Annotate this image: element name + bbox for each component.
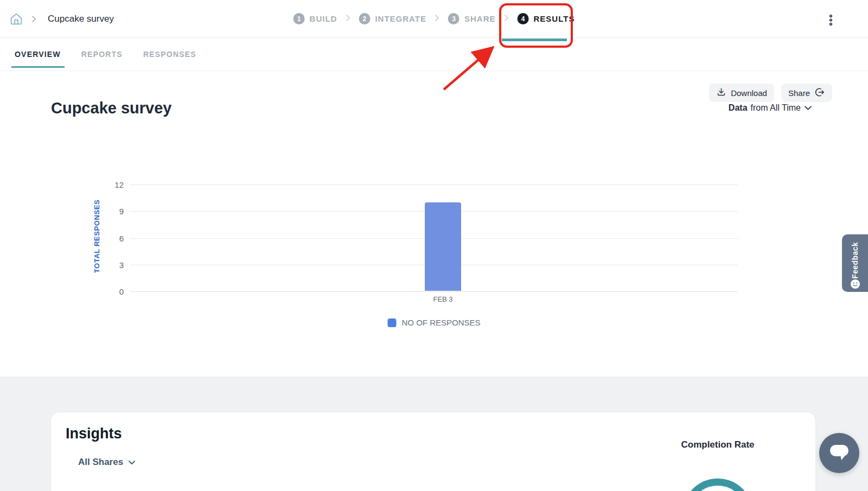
active-tab-underline	[11, 66, 65, 68]
tab-reports[interactable]: REPORTS	[81, 50, 123, 59]
step-separator-chevron-icon	[345, 14, 350, 24]
bar[interactable]	[425, 202, 461, 291]
insights-section: Insights All Shares Completion Rate	[0, 377, 868, 491]
all-shares-label: All Shares	[78, 457, 123, 468]
step-label: BUILD	[310, 14, 337, 23]
step-label: INTEGRATE	[375, 14, 426, 23]
tab-label: OVERVIEW	[15, 50, 61, 59]
chat-bubble-icon	[828, 442, 850, 464]
step-number-badge: 2	[359, 13, 370, 24]
insights-card: Insights All Shares Completion Rate	[51, 412, 815, 491]
tab-bar: OVERVIEW REPORTS RESPONSES Download Shar…	[0, 37, 868, 71]
step-share[interactable]: 3 SHARE	[448, 13, 496, 24]
feedback-label: Feedback	[851, 242, 859, 279]
share-button[interactable]: Share	[781, 84, 832, 102]
x-axis-line	[130, 291, 738, 292]
step-label: RESULTS	[534, 14, 575, 23]
step-build[interactable]: 1 BUILD	[293, 13, 337, 24]
completion-rate-donut	[682, 479, 753, 491]
step-number-badge: 4	[518, 13, 529, 24]
chart-legend: NO OF RESPONSES	[387, 318, 480, 327]
x-tick-label: FEB 3	[425, 295, 461, 303]
y-tick-label: 6	[102, 234, 124, 243]
share-export-icon	[814, 87, 825, 99]
download-label: Download	[731, 88, 767, 98]
data-range-dropdown[interactable]: Data from All Time	[729, 103, 812, 113]
all-shares-dropdown[interactable]: All Shares	[78, 457, 136, 468]
gridline	[130, 184, 738, 185]
step-number-badge: 1	[293, 13, 305, 24]
step-integrate[interactable]: 2 INTEGRATE	[359, 13, 426, 24]
step-label: SHARE	[464, 14, 496, 23]
app-window: Cupcake survey 1 BUILD 2 INTEGRATE 3 SHA…	[0, 0, 868, 491]
chevron-down-icon	[128, 457, 136, 468]
breadcrumb-chevron-icon	[31, 15, 37, 25]
feedback-tab[interactable]: Feedback	[842, 234, 868, 292]
responses-bar-chart: 12 9 6 3 0 TOTAL RESPONSES FEB 3 NO OF R…	[130, 184, 738, 291]
legend-label: NO OF RESPONSES	[401, 318, 480, 327]
tab-responses[interactable]: RESPONSES	[143, 50, 196, 59]
chevron-down-icon	[804, 103, 812, 113]
step-results[interactable]: 4 RESULTS	[518, 13, 575, 24]
y-tick-label: 9	[102, 207, 124, 216]
y-axis-title: TOTAL RESPONSES	[93, 193, 101, 280]
chat-widget-button[interactable]	[819, 433, 859, 473]
y-tick-label: 0	[102, 287, 124, 296]
y-tick-label: 12	[102, 180, 124, 189]
breadcrumb-survey-name[interactable]: Cupcake survey	[48, 0, 114, 37]
data-filter-prefix: Data	[729, 103, 748, 113]
step-separator-chevron-icon	[435, 14, 440, 24]
step-number-badge: 3	[448, 13, 459, 24]
tab-overview[interactable]: OVERVIEW	[15, 50, 61, 59]
download-icon	[716, 87, 726, 99]
tab-label: REPORTS	[81, 50, 123, 59]
active-step-underline	[502, 39, 567, 41]
step-separator-chevron-icon	[504, 14, 509, 24]
top-header: Cupcake survey 1 BUILD 2 INTEGRATE 3 SHA…	[0, 0, 868, 38]
page-title: Cupcake survey	[51, 99, 171, 117]
home-button[interactable]	[9, 11, 24, 27]
download-button[interactable]: Download	[709, 84, 774, 102]
y-tick-label: 3	[102, 260, 124, 270]
kebab-menu-icon	[828, 18, 833, 28]
smiley-face-icon	[850, 279, 860, 291]
data-filter-value: from All Time	[751, 103, 801, 113]
legend-swatch	[387, 318, 396, 327]
wizard-stepper: 1 BUILD 2 INTEGRATE 3 SHARE 4 RES	[293, 0, 575, 37]
home-icon	[9, 19, 24, 28]
insights-title: Insights	[66, 425, 122, 442]
more-options-button[interactable]	[828, 14, 833, 28]
completion-rate-label: Completion Rate	[636, 439, 799, 450]
share-label: Share	[788, 88, 810, 98]
tab-label: RESPONSES	[143, 50, 196, 59]
